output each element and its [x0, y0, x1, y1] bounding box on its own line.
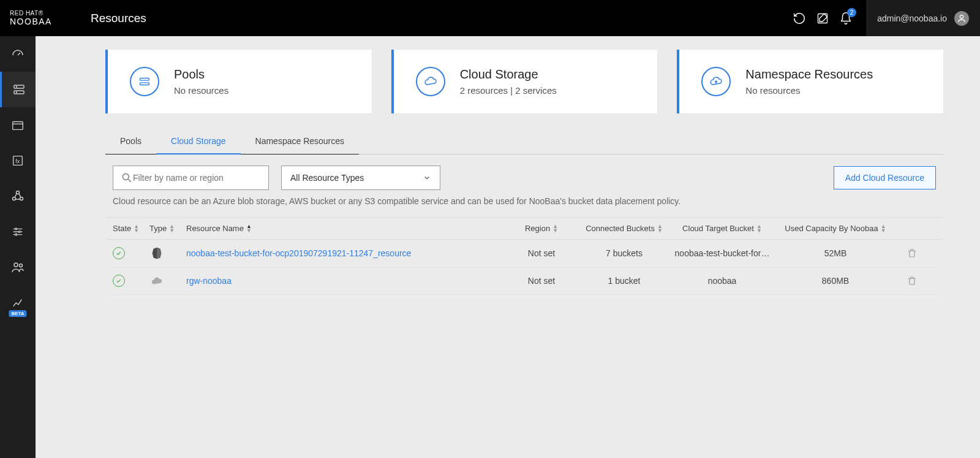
table-header: State▲▼ Type▲▼ Resource Name▲▼ Region▲▼ … [105, 217, 943, 240]
resource-type-select[interactable]: All Resource Types [281, 166, 440, 190]
svg-rect-3 [14, 91, 24, 94]
refresh-icon[interactable] [788, 7, 811, 30]
col-target[interactable]: Cloud Target Bucket▲▼ [670, 224, 774, 233]
card-subtitle: 2 resources | 2 services [460, 85, 557, 96]
notification-badge: 2 [847, 8, 856, 17]
help-text: Cloud resource can be an Azure blob stor… [105, 196, 943, 217]
sidebar: fx BETA [0, 36, 36, 458]
svg-point-12 [15, 228, 17, 230]
sidebar-item-dashboard[interactable] [0, 36, 36, 72]
brand-line1: RED HAT® [10, 10, 66, 17]
svg-point-10 [13, 197, 16, 200]
cell-region: Not set [505, 276, 578, 286]
svg-point-19 [123, 174, 129, 180]
tab-cloud-storage[interactable]: Cloud Storage [156, 129, 241, 155]
cell-capacity: 860MB [774, 276, 897, 286]
chevron-down-icon [423, 174, 431, 182]
card-namespace[interactable]: Namespace Resources No resources [677, 50, 943, 113]
cell-buckets: 1 bucket [578, 276, 670, 286]
svg-point-1 [960, 15, 963, 18]
svg-rect-6 [13, 122, 23, 130]
table-row: noobaa-test-bucket-for-ocp201907291921-1… [105, 240, 943, 267]
brand-line2: NOOBAA [10, 17, 66, 26]
top-header: RED HAT® NOOBAA Resources 2 admin@noobaa… [0, 0, 980, 36]
sidebar-item-settings[interactable] [0, 214, 36, 250]
svg-rect-17 [140, 78, 149, 81]
namespace-icon [701, 67, 731, 96]
card-title: Namespace Resources [745, 67, 873, 82]
svg-point-16 [20, 264, 23, 267]
type-cloud-icon [149, 275, 164, 287]
tabs: Pools Cloud Storage Namespace Resources [105, 128, 943, 155]
main-content: Pools No resources Cloud Storage 2 resou… [36, 36, 980, 458]
sidebar-item-cluster[interactable] [0, 178, 36, 214]
svg-rect-2 [14, 85, 24, 88]
filter-input-wrap[interactable] [113, 166, 269, 190]
compose-icon[interactable] [811, 7, 834, 30]
add-cloud-resource-button[interactable]: Add Cloud Resource [834, 166, 936, 189]
state-ok-icon [113, 275, 125, 287]
sidebar-item-buckets[interactable] [0, 107, 36, 143]
cell-region: Not set [505, 248, 578, 258]
resource-name-link[interactable]: rgw-noobaa [186, 276, 232, 286]
card-pools[interactable]: Pools No resources [105, 50, 372, 113]
delete-button[interactable] [897, 275, 927, 286]
beta-badge: BETA [9, 310, 26, 317]
svg-point-15 [14, 263, 18, 267]
cell-target: noobaa-test-bucket-for… [670, 248, 774, 258]
card-subtitle: No resources [174, 85, 228, 96]
select-value: All Resource Types [290, 173, 364, 183]
cell-target: noobaa [670, 276, 774, 286]
card-title: Cloud Storage [460, 67, 557, 82]
sidebar-item-analytics[interactable]: BETA [0, 285, 36, 321]
tab-namespace[interactable]: Namespace Resources [241, 129, 360, 155]
page-title: Resources [91, 12, 146, 25]
avatar-icon [954, 11, 969, 26]
user-menu[interactable]: admin@noobaa.io [866, 0, 980, 36]
svg-point-9 [17, 191, 20, 194]
svg-point-5 [16, 92, 17, 93]
col-buckets[interactable]: Connected Buckets▲▼ [578, 224, 670, 233]
cell-capacity: 52MB [774, 248, 897, 258]
sidebar-item-functions[interactable]: fx [0, 143, 36, 178]
svg-point-4 [16, 86, 17, 87]
card-subtitle: No resources [745, 85, 873, 96]
brand-logo[interactable]: RED HAT® NOOBAA [0, 0, 66, 36]
resources-table: State▲▼ Type▲▼ Resource Name▲▼ Region▲▼ … [105, 217, 943, 295]
pools-icon [130, 67, 159, 96]
search-icon [121, 172, 133, 184]
col-name[interactable]: Resource Name▲▼ [186, 224, 505, 233]
svg-point-11 [20, 197, 23, 200]
delete-button[interactable] [897, 248, 927, 259]
notifications-icon[interactable]: 2 [834, 7, 858, 30]
svg-point-13 [18, 231, 20, 233]
cell-buckets: 7 buckets [578, 248, 670, 258]
col-type[interactable]: Type▲▼ [149, 224, 186, 233]
card-cloud-storage[interactable]: Cloud Storage 2 resources | 2 services [391, 50, 658, 113]
table-row: rgw-noobaa Not set 1 bucket noobaa 860MB [105, 267, 943, 295]
svg-rect-18 [140, 83, 149, 85]
state-ok-icon [113, 247, 125, 259]
card-title: Pools [174, 67, 228, 82]
resource-name-link[interactable]: noobaa-test-bucket-for-ocp201907291921-1… [186, 248, 411, 258]
user-email: admin@noobaa.io [877, 13, 947, 23]
svg-text:fx: fx [15, 158, 20, 164]
col-state[interactable]: State▲▼ [113, 224, 149, 233]
col-capacity[interactable]: Used Capacity By Noobaa▲▼ [774, 224, 897, 233]
cloud-icon [416, 67, 445, 96]
col-region[interactable]: Region▲▼ [505, 224, 578, 233]
sidebar-item-resources[interactable] [0, 72, 36, 107]
svg-point-14 [15, 234, 17, 235]
filter-input[interactable] [133, 173, 261, 183]
sidebar-item-accounts[interactable] [0, 250, 36, 285]
type-s3-icon [149, 247, 164, 259]
tab-pools[interactable]: Pools [105, 129, 156, 155]
